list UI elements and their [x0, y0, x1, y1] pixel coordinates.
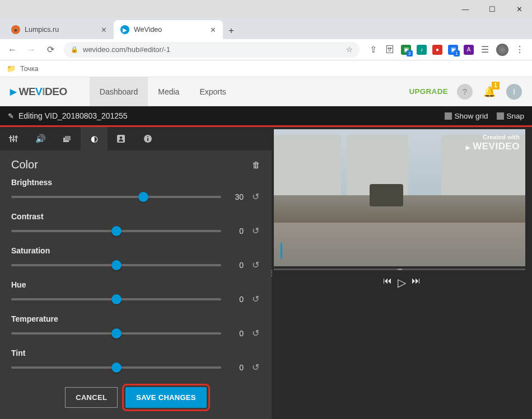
slider-track[interactable]: [11, 196, 221, 198]
editing-label: Editing VID_20180803_201255: [18, 111, 128, 120]
back-button[interactable]: ←: [7, 45, 18, 55]
profile-avatar[interactable]: [496, 44, 508, 56]
kebab-menu-icon[interactable]: ⋮: [514, 44, 525, 55]
panel-header: Color 🗑: [0, 150, 272, 176]
bookmark-folder-icon: 📁: [7, 64, 16, 73]
account-avatar[interactable]: I: [506, 84, 522, 100]
slider-thumb[interactable]: [111, 328, 122, 338]
slider-thumb[interactable]: [111, 362, 122, 373]
slider-track[interactable]: [11, 264, 221, 266]
svg-rect-7: [65, 136, 71, 140]
ext-teal[interactable]: ♪: [417, 45, 427, 55]
slider-brightness: Brightness 30 ↺: [11, 178, 260, 202]
tab-color-icon[interactable]: ◐: [81, 127, 108, 150]
nav-exports[interactable]: Exports: [189, 77, 236, 106]
notifications-icon[interactable]: 🔔1: [482, 84, 497, 100]
reset-icon[interactable]: ↺: [250, 328, 260, 338]
cancel-button[interactable]: CANCEL: [65, 387, 118, 408]
next-frame-icon[interactable]: ⏭: [412, 276, 421, 289]
tab-layers-icon[interactable]: [54, 127, 81, 150]
slider-value: 0: [228, 329, 244, 338]
svg-rect-11: [147, 138, 148, 141]
slider-thumb[interactable]: [111, 260, 122, 270]
slider-track[interactable]: [11, 298, 221, 300]
workspace: 🔊 ◐ Color 🗑 Brightness 30 ↺ Contrast 0 ↺…: [0, 125, 532, 419]
browser-tabs: ● Lumpics.ru ✕ ▶ WeVideo ✕ +: [0, 18, 532, 39]
slider-hue: Hue 0 ↺: [11, 280, 260, 304]
slider-contrast: Contrast 0 ↺: [11, 212, 260, 236]
nav-media[interactable]: Media: [148, 77, 189, 106]
tab-wevideo[interactable]: ▶ WeVideo ✕: [114, 20, 223, 39]
prev-frame-icon[interactable]: ⏮: [383, 276, 392, 289]
app-header: ▶ WEVIDEO Dashboard Media Exports UPGRAD…: [0, 77, 532, 106]
help-icon[interactable]: ?: [457, 84, 473, 100]
url-field[interactable]: 🔒 wevideo.com/hub#editor/-1 ☆: [64, 42, 360, 58]
reset-icon[interactable]: ↺: [250, 294, 260, 304]
reset-icon[interactable]: ↺: [250, 362, 260, 373]
nav-dashboard[interactable]: Dashboard: [90, 77, 148, 106]
vertical-divider[interactable]: ⋮: [270, 127, 273, 419]
tab-lumpics[interactable]: ● Lumpics.ru ✕: [4, 20, 114, 39]
ext-purple[interactable]: A: [464, 45, 474, 55]
reset-icon[interactable]: ↺: [250, 191, 260, 202]
panel-tabstrip: 🔊 ◐: [0, 127, 272, 150]
color-panel: 🔊 ◐ Color 🗑 Brightness 30 ↺ Contrast 0 ↺…: [0, 127, 272, 419]
reset-icon[interactable]: ↺: [250, 225, 260, 236]
pencil-icon: ✎: [8, 112, 14, 120]
bookmark-item[interactable]: Точка: [20, 65, 39, 73]
tab-person-icon[interactable]: [108, 127, 134, 150]
ext-green[interactable]: ▣2: [401, 45, 411, 55]
translate-icon[interactable]: 🈂: [384, 45, 395, 55]
video-preview[interactable]: Created with ▶ WEVIDEO: [274, 129, 525, 266]
upgrade-link[interactable]: UPGRADE: [409, 87, 448, 96]
slider-label: Brightness: [11, 178, 260, 187]
svg-rect-2: [16, 135, 17, 142]
slider-thumb[interactable]: [111, 294, 122, 304]
close-tab-icon[interactable]: ✕: [210, 26, 216, 34]
window-minimize[interactable]: —: [457, 1, 474, 17]
ext-blue[interactable]: ▣1: [448, 45, 458, 55]
slider-label: Tint: [11, 349, 260, 357]
watermark: Created with ▶ WEVIDEO: [466, 134, 520, 153]
reading-list-icon[interactable]: ☰: [479, 44, 491, 55]
tab-adjust-icon[interactable]: [0, 127, 27, 150]
preview-area: ⋮ Created with ▶ WEVIDEO ⏮ ▷ ⏭: [272, 127, 532, 419]
share-icon[interactable]: ⇪: [367, 44, 379, 55]
close-tab-icon[interactable]: ✕: [101, 26, 107, 34]
snap-toggle[interactable]: Snap: [497, 112, 524, 120]
slider-thumb[interactable]: [111, 226, 122, 236]
ext-red[interactable]: ●: [432, 45, 442, 55]
editing-bar: ✎ Editing VID_20180803_201255 Show grid …: [0, 106, 532, 125]
forward-button[interactable]: →: [26, 45, 37, 55]
slider-track[interactable]: [11, 366, 221, 369]
tab-audio-icon[interactable]: 🔊: [27, 127, 54, 150]
slider-value: 0: [228, 261, 244, 270]
slider-track[interactable]: [11, 230, 221, 232]
new-tab-button[interactable]: +: [223, 22, 240, 39]
slider-value: 30: [228, 192, 244, 201]
svg-point-12: [147, 136, 148, 137]
window-close[interactable]: ✕: [511, 1, 528, 17]
svg-rect-4: [12, 139, 15, 140]
svg-rect-1: [13, 135, 14, 142]
reload-button[interactable]: ⟳: [45, 44, 56, 55]
save-changes-button[interactable]: SAVE CHANGES: [125, 387, 207, 408]
svg-rect-5: [15, 136, 18, 138]
playback-controls: ⏮ ▷ ⏭: [272, 270, 532, 295]
play-icon[interactable]: ▷: [398, 276, 406, 289]
star-icon[interactable]: ☆: [346, 45, 353, 54]
trash-icon[interactable]: 🗑: [252, 160, 260, 170]
tab-info-icon[interactable]: [134, 127, 161, 150]
showgrid-toggle[interactable]: Show grid: [445, 112, 488, 120]
window-maximize[interactable]: ☐: [484, 1, 501, 17]
logo-play-icon: ▶: [10, 87, 17, 97]
slider-thumb[interactable]: [138, 192, 148, 202]
reset-icon[interactable]: ↺: [250, 260, 260, 270]
sliders-list: Brightness 30 ↺ Contrast 0 ↺ Saturation …: [0, 176, 272, 376]
favicon-lumpics: ●: [11, 25, 20, 34]
slider-label: Hue: [11, 280, 260, 289]
slider-track[interactable]: [11, 332, 221, 335]
wevideo-logo[interactable]: ▶ WEVIDEO: [10, 86, 67, 98]
panel-title: Color: [11, 158, 38, 171]
address-bar: ← → ⟳ 🔒 wevideo.com/hub#editor/-1 ☆ ⇪ 🈂 …: [0, 39, 532, 60]
